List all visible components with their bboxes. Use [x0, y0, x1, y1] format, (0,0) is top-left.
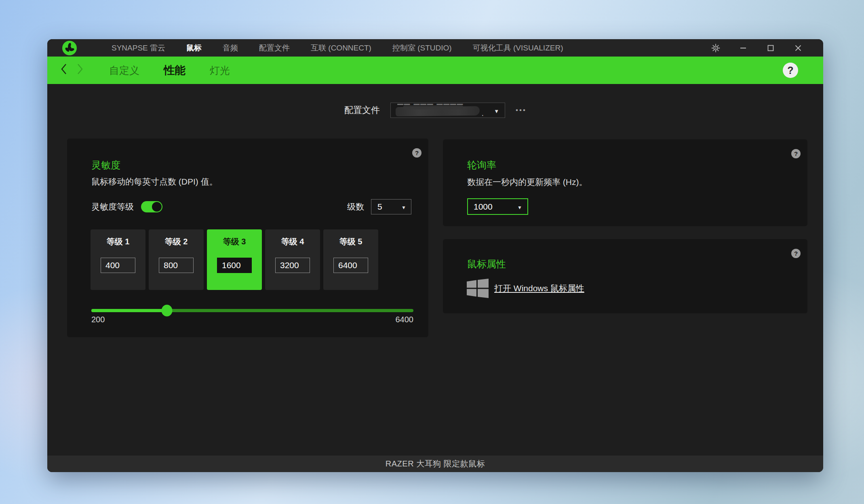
stage-count-value: 5	[377, 202, 382, 212]
stage-dpi-input[interactable]	[101, 258, 135, 273]
titlebar: SYNAPSE 雷云 鼠标 音频 配置文件 互联 (CONNECT) 控制室 (…	[47, 39, 823, 57]
toggle-label: 灵敏度等级	[91, 201, 134, 212]
sensitivity-title: 灵敏度	[91, 159, 120, 172]
stage-dpi-input[interactable]	[159, 258, 194, 273]
slider-max-label: 6400	[396, 315, 414, 324]
stage-dpi-input[interactable]	[333, 258, 368, 273]
stage-count-label: 级数	[347, 201, 364, 212]
sensitivity-subtitle: 鼠标移动的每英寸点数 (DPI) 值。	[91, 176, 218, 187]
menu-item-studio[interactable]: 控制室 (STUDIO)	[392, 43, 452, 53]
toggle-knob	[152, 202, 162, 212]
mouse-properties-title: 鼠标属性	[467, 258, 506, 271]
profile-more-icon[interactable]: •••	[516, 106, 527, 114]
stage-label: 等级 2	[165, 236, 188, 247]
tab-lighting[interactable]: 灯光	[210, 64, 230, 77]
polling-rate-value: 1000	[474, 202, 493, 212]
dpi-stage-card[interactable]: 等级 3	[207, 229, 262, 290]
profile-value-fragment: .	[481, 109, 484, 118]
profile-label: 配置文件	[344, 104, 380, 116]
panel-help-icon[interactable]: ?	[412, 148, 421, 158]
dpi-stage-card[interactable]: 等级 2	[149, 229, 204, 290]
window-controls	[711, 43, 803, 53]
menu-item-profiles[interactable]: 配置文件	[259, 43, 290, 53]
statusbar: RAZER 大耳狗 限定款鼠标	[47, 456, 823, 472]
panel-help-icon[interactable]: ?	[791, 149, 801, 158]
dpi-stage-card[interactable]: 等级 5	[323, 229, 378, 290]
sensitivity-panel: ? 灵敏度 鼠标移动的每英寸点数 (DPI) 值。 灵敏度等级 级数 5 ▼	[67, 139, 428, 337]
dpi-stages: 等级 1 等级 2 等级 3 等级 4 等级 5	[91, 229, 378, 290]
close-icon[interactable]	[793, 43, 803, 53]
slider-min-label: 200	[91, 315, 105, 324]
maximize-icon[interactable]	[766, 43, 775, 53]
menu-item-connect[interactable]: 互联 (CONNECT)	[311, 43, 371, 53]
razer-logo-icon	[62, 41, 77, 55]
tab-customize[interactable]: 自定义	[109, 64, 139, 77]
slider-fill	[91, 309, 167, 312]
chevron-down-icon: ▼	[494, 108, 499, 114]
device-name: RAZER 大耳狗 限定款鼠标	[386, 458, 485, 469]
minimize-icon[interactable]	[738, 43, 748, 53]
device-subnav: 自定义 性能 灯光 ?	[47, 57, 823, 84]
polling-rate-dropdown[interactable]: 1000 ▼	[467, 198, 528, 215]
mouse-properties-panel: ? 鼠标属性 打开 Windows 鼠标属性	[443, 239, 807, 313]
tab-performance[interactable]: 性能	[164, 63, 185, 78]
profile-dropdown[interactable]: ▔▔ ▔▔▔ ▔▔▔▔ . ▼	[390, 103, 505, 118]
chevron-down-icon: ▼	[517, 205, 522, 210]
subnav-tabs: 自定义 性能 灯光	[109, 63, 230, 78]
sensitivity-stages-toggle[interactable]	[141, 201, 162, 212]
slider-labels: 200 6400	[91, 315, 413, 324]
menu-item-visualizer[interactable]: 可视化工具 (VISUALIZER)	[473, 43, 563, 53]
dpi-stage-card[interactable]: 等级 4	[265, 229, 320, 290]
stage-label: 等级 1	[107, 236, 130, 247]
dpi-slider[interactable]	[91, 307, 413, 314]
stage-label: 等级 4	[281, 236, 304, 247]
polling-title: 轮询率	[467, 159, 496, 172]
profile-row: 配置文件 ▔▔ ▔▔▔ ▔▔▔▔ . ▼ •••	[344, 103, 527, 118]
open-windows-mouse-properties-link[interactable]: 打开 Windows 鼠标属性	[494, 283, 584, 294]
redaction-smudge	[403, 105, 464, 109]
back-chevron-icon[interactable]	[59, 63, 69, 78]
stage-label: 等级 5	[339, 236, 362, 247]
main-content: 配置文件 ▔▔ ▔▔▔ ▔▔▔▔ . ▼ ••• ? 灵敏度 鼠标移动的每英寸点…	[47, 84, 823, 456]
polling-subtitle: 数据在一秒内的更新频率 (Hz)。	[467, 176, 588, 188]
stage-dpi-input[interactable]	[275, 258, 310, 273]
menu-item-mouse[interactable]: 鼠标	[186, 43, 202, 53]
dpi-stage-card[interactable]: 等级 1	[91, 229, 145, 290]
chevron-down-icon: ▼	[401, 205, 406, 210]
windows-logo-icon	[467, 279, 489, 298]
menu-item-synapse[interactable]: SYNAPSE 雷云	[112, 43, 165, 53]
help-icon[interactable]: ?	[783, 63, 798, 78]
app-menu: SYNAPSE 雷云 鼠标 音频 配置文件 互联 (CONNECT) 控制室 (…	[112, 43, 563, 53]
stage-count-dropdown[interactable]: 5 ▼	[371, 199, 411, 214]
stage-dpi-input[interactable]	[217, 258, 252, 273]
stage-label: 等级 3	[223, 236, 246, 247]
synapse-window: SYNAPSE 雷云 鼠标 音频 配置文件 互联 (CONNECT) 控制室 (…	[47, 39, 823, 472]
menu-item-audio[interactable]: 音频	[223, 43, 238, 53]
sensitivity-toggle-row: 灵敏度等级 级数 5 ▼	[91, 199, 411, 214]
stage-count-control: 级数 5 ▼	[347, 199, 411, 214]
forward-chevron-icon[interactable]	[75, 63, 85, 78]
panel-help-icon[interactable]: ?	[791, 249, 801, 258]
polling-rate-panel: ? 轮询率 数据在一秒内的更新频率 (Hz)。 1000 ▼	[443, 139, 807, 226]
mouse-properties-row: 打开 Windows 鼠标属性	[467, 279, 584, 298]
settings-gear-icon[interactable]	[711, 43, 721, 53]
